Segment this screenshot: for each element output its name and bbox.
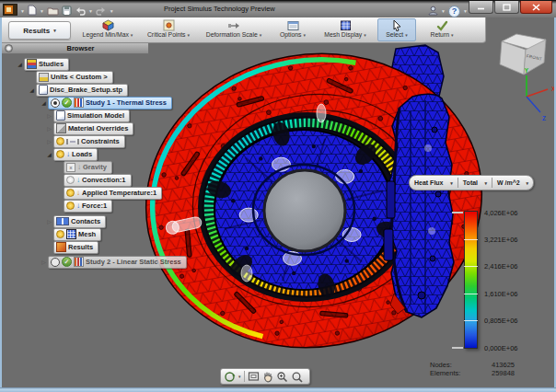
results-tab[interactable]: Results ▾: [8, 21, 71, 40]
undo-icon[interactable]: [75, 3, 86, 19]
brake-caliper[interactable]: [384, 94, 454, 317]
orbit-caret-icon[interactable]: ▾: [238, 374, 241, 379]
options-icon: [287, 19, 299, 31]
component-value: Total: [463, 179, 478, 186]
deformation-scale-icon: [227, 19, 240, 31]
tree-item-pill[interactable]: ↓Force:1: [64, 200, 112, 213]
tree-item-pill[interactable]: ↓Gravity: [64, 161, 112, 174]
tree-item-pill[interactable]: Study 2 - Linear Static Stress: [48, 256, 187, 269]
app-menu-icon[interactable]: [3, 3, 17, 19]
maximize-button[interactable]: [494, 1, 519, 14]
tree-item-study-2-linear-static-stress[interactable]: ▷Study 2 - Linear Static Stress: [40, 256, 187, 268]
gravity-icon: ↓: [77, 164, 81, 171]
tree-item-studies[interactable]: ◢Studies: [16, 58, 69, 70]
expanded-arrow-icon[interactable]: ◢: [28, 86, 36, 93]
app-menu-caret-icon[interactable]: ▼: [20, 8, 25, 14]
tree-item-disc-brake-setup-stp[interactable]: ◢Disc_Brake_Setup.stp: [28, 84, 128, 96]
dropdown-caret-icon: ▾: [451, 32, 454, 38]
open-file-icon[interactable]: [47, 3, 59, 19]
tree-item-contacts[interactable]: ▷Contacts: [45, 215, 106, 227]
tree-item-pill[interactable]: Results: [53, 241, 98, 254]
tree-item-pill[interactable]: Study 1 - Thermal Stress: [48, 97, 172, 110]
ribbon-button-legend-min-max[interactable]: Legend Min/Max▾: [79, 18, 136, 41]
tree-item-pill[interactable]: Contacts: [53, 215, 106, 228]
tree-item-convection-1[interactable]: ↓Convection:1: [55, 174, 132, 186]
tree-item-pill[interactable]: Disc_Brake_Setup.stp: [36, 84, 128, 97]
ribbon-button-label: Mesh Display: [324, 31, 362, 38]
bulb-white-icon: [66, 176, 75, 184]
center-bore: [264, 170, 345, 251]
ribbon-button-options[interactable]: Options▾: [272, 18, 313, 41]
tree-item-label: Contacts: [71, 217, 100, 225]
redo-icon[interactable]: [96, 3, 107, 19]
tree-item-pill[interactable]: Material Overrides: [53, 122, 133, 135]
ribbon-button-return[interactable]: Return▾: [422, 18, 462, 41]
tree-item-pill[interactable]: Constraints: [53, 135, 125, 148]
pan-icon[interactable]: [262, 371, 273, 383]
new-file-icon[interactable]: [28, 3, 37, 19]
tree-item-material-overrides[interactable]: ▷Material Overrides: [45, 122, 133, 134]
browser-options-icon[interactable]: [5, 44, 13, 52]
tree-item-label: Applied Temperature:1: [82, 189, 156, 197]
collapsed-arrow-icon[interactable]: ▷: [45, 218, 53, 225]
expanded-arrow-icon[interactable]: ◢: [40, 99, 48, 106]
help-caret-icon[interactable]: ▼: [463, 8, 468, 14]
new-file-caret-icon[interactable]: ▼: [40, 8, 44, 14]
tree-item-pill[interactable]: Simulation Model: [53, 110, 130, 122]
return-icon: [436, 19, 448, 31]
collapsed-arrow-icon[interactable]: ▷: [45, 112, 53, 119]
component-caret-icon: ▾: [484, 180, 487, 186]
user-icon[interactable]: [428, 3, 438, 19]
tree-item-label: Loads: [72, 150, 92, 158]
result-type-dropdown[interactable]: Heat Flux ▾: [410, 176, 458, 190]
browser-panel-header[interactable]: Browser: [2, 42, 149, 54]
tree-item-pill[interactable]: ↓Loads: [53, 148, 98, 161]
undo-caret-icon[interactable]: ▼: [88, 8, 93, 14]
expanded-arrow-icon[interactable]: ◢: [45, 151, 53, 157]
ribbon-button-deformation-scale[interactable]: Deformation Scale▾: [201, 18, 267, 41]
look-at-icon[interactable]: [248, 371, 260, 382]
close-button[interactable]: [520, 1, 552, 14]
viewcube[interactable]: FRONT: [500, 34, 546, 75]
tree-item-study-1-thermal-stress[interactable]: ◢Study 1 - Thermal Stress: [40, 97, 172, 109]
tree-item-constraints[interactable]: ▷Constraints: [45, 135, 125, 147]
tree-item-pill[interactable]: Studies: [24, 58, 69, 71]
tree-item-force-1[interactable]: ↓Force:1: [55, 200, 112, 212]
tree-item-pill[interactable]: ↓Applied Temperature:1: [64, 187, 162, 200]
redo-caret-icon[interactable]: ▼: [110, 8, 114, 14]
ribbon-button-mesh-display[interactable]: Mesh Display▾: [319, 18, 372, 41]
component-dropdown[interactable]: Total ▾: [458, 176, 492, 190]
collapsed-arrow-icon[interactable]: ▷: [40, 259, 48, 265]
tree-item-results[interactable]: Results: [45, 241, 98, 253]
units-dropdown[interactable]: W /m^2 ▾: [492, 176, 533, 190]
save-icon[interactable]: [62, 3, 72, 19]
tree-item-pill[interactable]: ↓Convection:1: [64, 174, 132, 187]
tree-item-simulation-model[interactable]: ▷Simulation Model: [45, 110, 130, 121]
minimize-button[interactable]: [469, 1, 493, 14]
expanded-arrow-icon[interactable]: ◢: [16, 61, 24, 67]
tree-item-mesh[interactable]: Mesh: [45, 228, 101, 240]
ribbon-button-critical-points[interactable]: Critical Points▾: [142, 18, 195, 41]
tree-item-label: Mesh: [78, 230, 96, 238]
zoom-window-icon[interactable]: [291, 371, 303, 383]
tree-item-pill[interactable]: Mesh: [53, 228, 101, 241]
help-icon[interactable]: ?: [448, 6, 460, 17]
collapsed-arrow-icon[interactable]: ▷: [45, 138, 53, 144]
bulb-yellow-icon: [66, 202, 75, 210]
orbit-icon[interactable]: [224, 371, 236, 383]
bulb-yellow-icon: [56, 150, 64, 158]
brake-pad: [384, 229, 393, 260]
tree-item-pill[interactable]: Units < Custom >: [36, 71, 113, 84]
window-frame-left: [0, 17, 2, 388]
ribbon-button-select[interactable]: Select▾: [377, 18, 416, 41]
zoom-icon[interactable]: [276, 371, 288, 383]
tree-item-label: Constraints: [81, 137, 120, 145]
tree-item-applied-temperature-1[interactable]: ↓Applied Temperature:1: [55, 187, 162, 199]
bulb-yellow-icon: [56, 137, 64, 145]
tree-item-units-custom[interactable]: Units < Custom >: [28, 71, 113, 83]
collapsed-arrow-icon[interactable]: ▷: [45, 125, 53, 132]
user-caret-icon[interactable]: ▼: [441, 8, 446, 14]
dropdown-caret-icon: ▾: [260, 32, 262, 38]
tree-item-gravity[interactable]: ↓Gravity: [55, 161, 112, 173]
tree-item-loads[interactable]: ◢↓Loads: [45, 148, 98, 160]
